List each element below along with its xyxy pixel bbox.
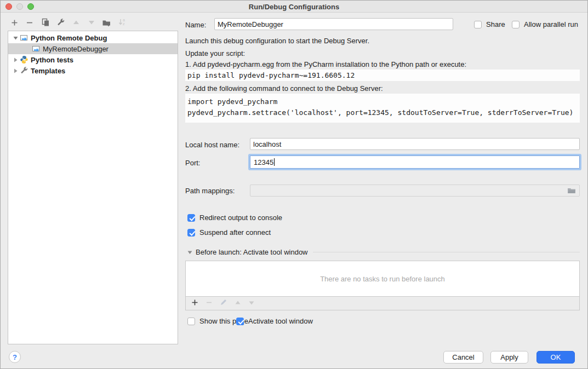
add-configuration-button[interactable] [10, 19, 19, 28]
name-label: Name: [185, 21, 206, 29]
remove-task-button [205, 298, 213, 308]
wrench-icon [20, 66, 28, 75]
ok-button[interactable]: OK [536, 351, 575, 364]
remove-icon [26, 19, 34, 29]
tree-item-myremotedebugger[interactable]: MyRemoteDebugger [8, 43, 178, 54]
path-mappings-field[interactable] [250, 184, 580, 197]
allow-parallel-run-checkbox[interactable] [512, 21, 520, 28]
before-launch-header[interactable]: Before launch: Activate tool window [187, 248, 580, 256]
svg-text:a: a [123, 18, 125, 22]
sort-alpha-icon: az [118, 18, 127, 29]
tree-item-label: Templates [31, 67, 65, 75]
settrace-code: import pydevd_pycharmpydevd_pycharm.sett… [185, 94, 580, 123]
intro-text-2: Update your script: [185, 49, 245, 57]
tree-item-templates[interactable]: Templates [8, 65, 178, 76]
move-task-down-button [248, 298, 255, 308]
edit-pencil-icon [220, 298, 227, 308]
intro-text-1: Launch this debug configuration to start… [185, 37, 369, 45]
tree-item-label: Python tests [31, 56, 73, 64]
edit-templates-button[interactable] [56, 19, 65, 28]
apply-button[interactable]: Apply [490, 351, 528, 364]
window-title: Run/Debug Configurations [1, 3, 587, 11]
section-rule [313, 252, 580, 252]
port-value: 12345 [254, 158, 273, 166]
new-folder-button[interactable] [102, 19, 111, 28]
configurations-tree: Python Remote Debug MyRemoteDebugger Pyt… [8, 31, 178, 344]
run-debug-configurations-dialog: Run/Debug Configurations az [0, 0, 588, 369]
pip-install-code: pip install pydevd-pycharm~=191.6605.12 [185, 70, 580, 81]
activate-tool-window-checkbox[interactable] [236, 318, 244, 325]
before-launch-task-list[interactable]: There are no tasks to run before launch [185, 261, 580, 297]
redirect-output-row[interactable]: Redirect output to console [187, 214, 282, 222]
local-host-name-input[interactable] [250, 138, 580, 150]
svg-text:z: z [123, 22, 125, 26]
title-bar: Run/Debug Configurations [1, 1, 587, 13]
move-task-up-button [235, 298, 241, 308]
add-icon [10, 19, 19, 29]
suspend-after-connect-label: Suspend after connect [199, 228, 271, 237]
tree-item-label: MyRemoteDebugger [43, 45, 109, 53]
path-mappings-label: Path mappings: [185, 187, 235, 195]
tree-item-label: Python Remote Debug [31, 34, 107, 42]
tree-item-python-tests[interactable]: Python tests [8, 54, 178, 65]
before-launch-title: Before launch: Activate tool window [196, 248, 308, 256]
help-button[interactable]: ? [9, 351, 21, 363]
allow-parallel-checkbox-row[interactable]: Allow parallel run [512, 20, 578, 28]
code-line-2: pydevd_pycharm.settrace('localhost', por… [187, 108, 573, 117]
move-up-icon [72, 19, 80, 28]
step2-text: 2. Add the following command to connect … [185, 84, 383, 93]
activate-tool-window-label: Activate tool window [248, 317, 313, 325]
edit-wrench-icon [56, 18, 65, 29]
folder-icon[interactable] [567, 187, 576, 197]
allow-parallel-run-label: Allow parallel run [524, 20, 578, 28]
move-down-icon [88, 19, 95, 28]
activate-tool-window-row[interactable]: Activate tool window [236, 317, 313, 325]
remote-debug-icon [20, 33, 28, 42]
copy-configuration-button[interactable] [41, 19, 50, 28]
move-up-button [71, 19, 81, 28]
sort-configurations-button: az [117, 19, 127, 28]
show-this-page-checkbox[interactable] [187, 318, 195, 325]
chevron-down-icon[interactable] [12, 36, 19, 41]
new-folder-icon [102, 19, 111, 29]
remote-debug-icon [32, 44, 41, 53]
share-label: Share [486, 20, 505, 28]
redirect-output-label: Redirect output to console [199, 214, 282, 222]
share-checkbox-row[interactable]: Share [474, 20, 505, 28]
copy-icon [41, 18, 50, 29]
port-input[interactable]: 12345 [250, 155, 580, 169]
chevron-right-icon[interactable] [12, 68, 19, 73]
suspend-after-connect-checkbox[interactable] [187, 229, 195, 237]
question-mark-icon: ? [13, 353, 17, 361]
chevron-down-icon[interactable] [187, 250, 192, 255]
before-launch-toolbar [185, 297, 580, 310]
python-icon [20, 55, 28, 64]
step1-text: 1. Add pydevd-pycharm.egg from the PyCha… [185, 60, 466, 68]
text-caret [274, 158, 275, 166]
move-down-button [87, 19, 96, 28]
local-host-name-label: Local host name: [185, 141, 239, 149]
configurations-toolbar: az [10, 18, 127, 30]
code-line-1: import pydevd_pycharm [187, 97, 277, 106]
share-checkbox[interactable] [474, 21, 482, 28]
tree-item-python-remote-debug[interactable]: Python Remote Debug [8, 32, 178, 43]
add-task-button[interactable] [191, 298, 198, 308]
chevron-right-icon[interactable] [12, 57, 19, 62]
suspend-after-connect-row[interactable]: Suspend after connect [187, 228, 271, 237]
remove-configuration-button[interactable] [25, 19, 35, 28]
redirect-output-checkbox[interactable] [187, 214, 195, 222]
port-label: Port: [185, 159, 200, 167]
name-input[interactable] [214, 18, 453, 30]
no-tasks-text: There are no tasks to run before launch [320, 275, 445, 283]
cancel-button[interactable]: Cancel [443, 351, 483, 364]
